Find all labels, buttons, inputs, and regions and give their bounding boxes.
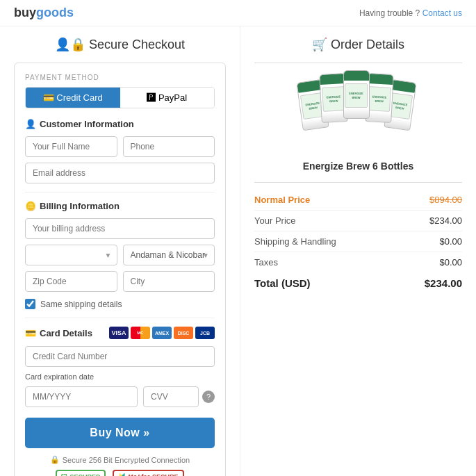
help-text: Having trouble ? <box>359 8 420 18</box>
customer-info-title: 👤 Customer Information <box>25 119 215 129</box>
credit-card-detail-icon: 💳 <box>25 328 36 338</box>
logo: buygoods <box>14 6 74 20</box>
bottle-cap-2 <box>320 74 345 85</box>
order-divider-top <box>254 63 462 63</box>
card-number-row <box>25 346 215 367</box>
country-state-row: India United States ▼ Andaman & Nicobar … <box>25 245 215 265</box>
country-select[interactable]: India United States <box>25 245 117 265</box>
cvv-input[interactable] <box>143 386 199 407</box>
same-shipping-row: Same shipping details <box>25 299 215 309</box>
secured-label: SECURED <box>69 473 100 476</box>
paypal-icon: 🅿 <box>147 92 156 103</box>
price-value-2: $0.00 <box>439 236 462 247</box>
cvv-help-icon[interactable]: ? <box>202 391 215 403</box>
total-value: $234.00 <box>425 277 462 289</box>
checkout-box: PAYMENT METHOD 💳 Credit Card 🅿 PayPal 👤 … <box>14 63 226 476</box>
trust-badges: 🛡 SECURED 🔰 McAfee SECURE <box>25 470 215 476</box>
price-row-3: Taxes$0.00 <box>254 252 462 272</box>
billing-address-input[interactable] <box>25 218 215 239</box>
card-details-title: 💳 Card Details <box>25 328 92 338</box>
name-phone-row <box>25 136 215 157</box>
credit-card-icon: 💳 <box>43 92 54 103</box>
total-label: Total (USD) <box>254 277 311 289</box>
mcafee-label: McAfee SECURE <box>128 473 178 476</box>
phone-input[interactable] <box>123 136 215 157</box>
bottle-label-4: ENERGIZEBREW <box>367 86 391 112</box>
mastercard-icon: MC <box>131 327 150 339</box>
product-name: Energize Brew 6 Bottles <box>254 161 462 172</box>
order-divider-mid <box>254 182 462 183</box>
email-input[interactable] <box>25 163 215 183</box>
state-select-wrap: Andaman & Nicobar Andhra Pradesh ▼ <box>123 245 215 265</box>
card-details-header: 💳 Card Details VISA MC AMEX DISC JCB <box>25 327 215 339</box>
buy-now-button[interactable]: Buy Now » <box>25 418 215 448</box>
left-panel: 👤🔒 Secure Checkout PAYMENT METHOD 💳 Cred… <box>0 26 240 476</box>
checkout-title-text: Secure Checkout <box>89 38 185 51</box>
tab-paypal[interactable]: 🅿 PayPal <box>120 88 215 108</box>
tab-credit-card[interactable]: 💳 Credit Card <box>26 88 120 108</box>
mcafee-icon: 🔰 <box>118 473 126 476</box>
same-shipping-label: Same shipping details <box>40 299 122 309</box>
price-label-2: Shipping & Handling <box>254 236 336 247</box>
contact-link[interactable]: Contact us <box>422 8 462 18</box>
card-number-input[interactable] <box>25 346 215 367</box>
bottle-3: ENERGIZEBREW <box>343 70 370 119</box>
person-icon: 👤 <box>25 119 36 129</box>
price-row-0: Normal Price$894.00 <box>254 190 462 211</box>
visa-icon: VISA <box>109 327 129 339</box>
city-input[interactable] <box>123 271 215 292</box>
email-row <box>25 163 215 183</box>
total-row: Total (USD) $234.00 <box>254 272 462 294</box>
price-value-0: $894.00 <box>429 195 462 205</box>
price-row-2: Shipping & Handling$0.00 <box>254 231 462 252</box>
product-image-area: ENERGIZEBREW ENERGIZEBREW ENERGIZEBREW <box>254 70 462 172</box>
logo-buy: buy <box>14 6 36 19</box>
main-layout: 👤🔒 Secure Checkout PAYMENT METHOD 💳 Cred… <box>0 26 476 476</box>
full-name-input[interactable] <box>25 136 117 157</box>
cvv-wrap: ? <box>143 386 215 407</box>
product-bottles: ENERGIZEBREW ENERGIZEBREW ENERGIZEBREW <box>296 70 421 154</box>
card-details-title-text: Card Details <box>40 328 92 338</box>
customer-info-title-text: Customer Information <box>40 119 134 129</box>
state-select[interactable]: Andaman & Nicobar Andhra Pradesh <box>123 245 215 265</box>
header-help: Having trouble ? Contact us <box>359 8 462 18</box>
amex-icon: AMEX <box>152 327 172 339</box>
price-label-3: Taxes <box>254 257 278 268</box>
credit-card-tab-label: Credit Card <box>56 92 102 103</box>
secure-text: Secure 256 Bit Encrypted Connection <box>63 456 190 464</box>
country-select-wrap: India United States ▼ <box>25 245 117 265</box>
price-label-0: Normal Price <box>254 195 310 205</box>
price-value-1: $234.00 <box>429 215 462 226</box>
payment-method-label: PAYMENT METHOD <box>25 74 215 81</box>
divider-1 <box>25 192 215 192</box>
jcb-icon: JCB <box>195 327 215 339</box>
lock-icon: 👤🔒 <box>55 38 85 51</box>
price-row-1: Your Price$234.00 <box>254 211 462 231</box>
order-title: 🛒 Order Details <box>254 37 462 52</box>
same-shipping-checkbox[interactable] <box>25 299 35 309</box>
billing-info-title-text: Billing Information <box>40 201 120 211</box>
checkout-title: 👤🔒 Secure Checkout <box>14 37 226 52</box>
expiry-cvv-row: ? <box>25 386 215 407</box>
cart-icon: 🛒 <box>312 38 327 51</box>
zip-input[interactable] <box>25 271 117 292</box>
bottle-cap-3 <box>344 71 369 81</box>
card-list-icon: 🪙 <box>25 201 36 211</box>
price-rows: Normal Price$894.00Your Price$234.00Ship… <box>254 190 462 272</box>
expiry-label: Card expiration date <box>25 372 215 381</box>
bottle-cap-4 <box>368 74 393 85</box>
address-row <box>25 218 215 239</box>
bottle-label-3: ENERGIZEBREW <box>345 83 367 108</box>
paypal-tab-label: PayPal <box>158 92 187 103</box>
secure-badge: 🔒 Secure 256 Bit Encrypted Connection <box>25 455 215 464</box>
secured-shield-icon: 🛡 <box>61 473 67 476</box>
expiry-input[interactable] <box>25 386 138 407</box>
header: buygoods Having trouble ? Contact us <box>0 0 476 26</box>
mcafee-badge: 🔰 McAfee SECURE <box>113 470 183 476</box>
lock-secure-icon: 🔒 <box>50 455 60 464</box>
billing-info-title: 🪙 Billing Information <box>25 201 215 211</box>
card-icons: VISA MC AMEX DISC JCB <box>109 327 215 339</box>
bottle-label-2: ENERGIZEBREW <box>321 86 345 112</box>
order-title-text: Order Details <box>331 38 404 51</box>
divider-2 <box>25 318 215 318</box>
